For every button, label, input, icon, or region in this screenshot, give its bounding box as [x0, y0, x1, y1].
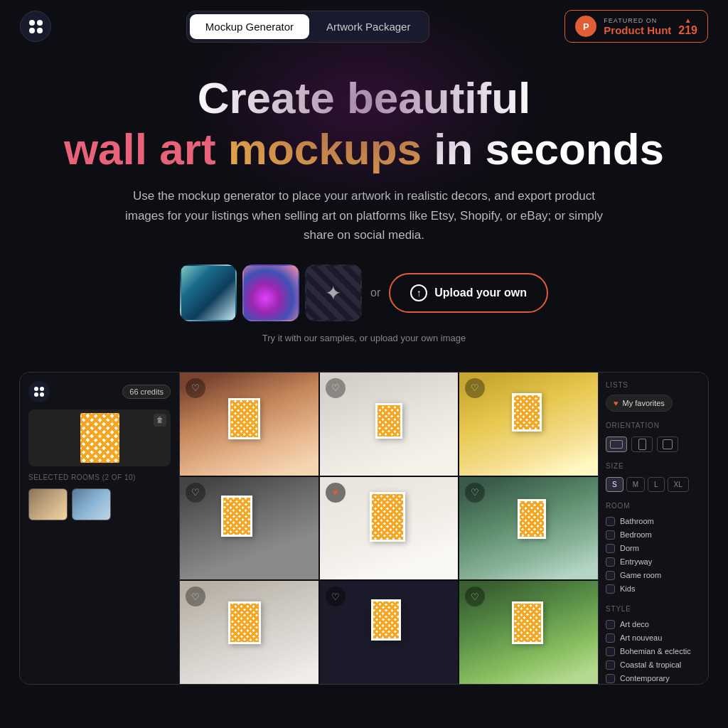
artwork-inner-6	[230, 604, 259, 642]
product-hunt-text: FEATURED ON Product Hunt	[604, 17, 671, 36]
favorite-button-2[interactable]: ♡	[465, 378, 485, 398]
size-xl-button[interactable]: XL	[668, 477, 689, 492]
grid-cell-0[interactable]: ♡	[180, 373, 318, 476]
heart-icon: ♥	[614, 399, 619, 407]
sample-image-2[interactable]	[242, 264, 299, 321]
hero-title-line1: Create beautiful	[14, 74, 714, 122]
tab-mockup-generator[interactable]: Mockup Generator	[190, 14, 309, 39]
grid-cell-2[interactable]: ♡	[459, 373, 598, 476]
hero-word-wall: wall	[64, 124, 147, 173]
room-kids[interactable]: Kids	[606, 583, 701, 595]
favorite-button-7[interactable]: ♡	[326, 587, 346, 606]
style-artdeco[interactable]: Art deco	[606, 619, 701, 631]
room-section: ROOM Bathroom Bedroom Dorm Entryway	[606, 502, 701, 595]
size-s-button[interactable]: S	[606, 477, 623, 492]
lists-label: LISTS	[606, 381, 701, 389]
bedroom-checkbox[interactable]	[606, 530, 615, 540]
logo[interactable]	[20, 11, 51, 42]
kids-checkbox[interactable]	[606, 584, 615, 594]
product-hunt-name: Product Hunt	[604, 24, 671, 36]
dorm-checkbox[interactable]	[606, 544, 615, 553]
orientation-square-button[interactable]	[657, 437, 678, 452]
artwork-frame-5	[518, 499, 546, 539]
sample-image-1[interactable]	[180, 264, 237, 321]
logo-dot	[37, 20, 43, 26]
room-thumbnail-1[interactable]	[28, 488, 68, 520]
upload-button[interactable]: ↑ Upload your own	[389, 273, 548, 313]
sidebar-logo	[28, 381, 50, 402]
artwork-frame-7	[371, 599, 401, 641]
grid-cell-4[interactable]: ♥	[320, 477, 459, 580]
room-label: ROOM	[606, 502, 701, 510]
style-artnouveau[interactable]: Art nouveau	[606, 632, 701, 644]
hero-title-line2: wall art mockups in seconds	[14, 125, 714, 173]
artwork-pattern	[80, 413, 119, 463]
room-bedroom[interactable]: Bedroom	[606, 529, 701, 541]
favorite-button-0[interactable]: ♡	[186, 378, 205, 398]
artdeco-checkbox[interactable]	[606, 620, 615, 629]
hero-section: Create beautiful wall art mockups in sec…	[0, 53, 728, 372]
my-favorites-button[interactable]: ♥ My favorites	[606, 395, 673, 412]
orientation-landscape-button[interactable]	[606, 437, 627, 452]
grid-cell-7[interactable]: ♡	[320, 581, 459, 684]
bathroom-checkbox[interactable]	[606, 517, 615, 526]
product-hunt-badge[interactable]: P FEATURED ON Product Hunt ▲ 219	[564, 10, 708, 43]
room-bathroom[interactable]: Bathroom	[606, 515, 701, 528]
artwork-inner-8	[514, 604, 541, 642]
orientation-buttons	[606, 437, 701, 452]
grid-cell-5[interactable]: ♡	[459, 477, 598, 580]
favorite-button-4[interactable]: ♥	[326, 483, 346, 503]
favorite-button-5[interactable]: ♡	[465, 483, 485, 503]
bohemian-checkbox[interactable]	[606, 647, 615, 656]
tab-artwork-packager[interactable]: Artwork Packager	[311, 14, 426, 39]
room-dorm[interactable]: Dorm	[606, 542, 701, 555]
grid-cell-3[interactable]: ♡	[180, 477, 318, 580]
room-thumbnail-2[interactable]	[72, 488, 111, 520]
artwork-inner-3	[223, 498, 250, 535]
favorite-button-6[interactable]: ♡	[186, 587, 205, 606]
upvote-arrow-icon: ▲	[685, 16, 692, 24]
sample-image-3[interactable]	[305, 264, 362, 321]
grid-cell-6[interactable]: ♡	[180, 581, 318, 684]
contemporary-checkbox[interactable]	[606, 674, 615, 683]
grid-cell-8[interactable]: ♡	[459, 581, 598, 684]
style-coastal[interactable]: Coastal & tropical	[606, 659, 701, 671]
room-gameroom[interactable]: Game room	[606, 569, 701, 582]
grid-cell-1[interactable]: ♡	[320, 373, 459, 476]
portrait-icon	[638, 439, 646, 450]
selected-room-thumbnails	[28, 488, 171, 520]
favorite-button-1[interactable]: ♡	[326, 378, 346, 398]
artwork-frame-6	[228, 601, 261, 644]
artwork-frame-4	[370, 492, 405, 542]
room-entryway[interactable]: Entryway	[606, 556, 701, 568]
coastal-label: Coastal & tropical	[620, 660, 681, 669]
size-l-button[interactable]: L	[648, 477, 665, 492]
orientation-section: ORIENTATION	[606, 422, 701, 452]
entryway-checkbox[interactable]	[606, 557, 615, 567]
artwork-frame-0	[228, 398, 260, 439]
gameroom-checkbox[interactable]	[606, 571, 615, 580]
nav-tabs: Mockup Generator Artwork Packager	[186, 11, 430, 43]
hero-word-art: art	[159, 124, 215, 173]
artnouveau-checkbox[interactable]	[606, 633, 615, 643]
lists-section: LISTS ♥ My favorites	[606, 381, 701, 412]
samples-row: or ↑ Upload your own	[14, 264, 714, 321]
coastal-checkbox[interactable]	[606, 660, 615, 670]
favorite-button-3[interactable]: ♡	[186, 483, 205, 503]
logo-dot	[37, 28, 43, 33]
artwork-frame-1	[375, 403, 402, 439]
artdeco-label: Art deco	[620, 620, 649, 628]
artwork-inner-4	[372, 494, 403, 540]
delete-artwork-button[interactable]: 🗑	[154, 414, 166, 427]
selected-rooms-label: SELECTED ROOMS (2 OF 10)	[28, 473, 171, 481]
logo-dots	[29, 20, 43, 33]
orientation-portrait-button[interactable]	[631, 437, 653, 452]
style-bohemian[interactable]: Bohemian & eclectic	[606, 646, 701, 658]
artwork-thumbnail	[80, 413, 119, 463]
favorite-button-8[interactable]: ♡	[465, 587, 485, 606]
size-m-button[interactable]: M	[626, 477, 645, 492]
right-sidebar: LISTS ♥ My favorites ORIENTATION	[598, 373, 708, 684]
app-window: 66 credits 🗑 SELECTED ROOMS (2 OF 10) ♡	[19, 372, 709, 685]
style-contemporary[interactable]: Contemporary	[606, 673, 701, 684]
sidebar-logo-dot	[40, 387, 44, 391]
